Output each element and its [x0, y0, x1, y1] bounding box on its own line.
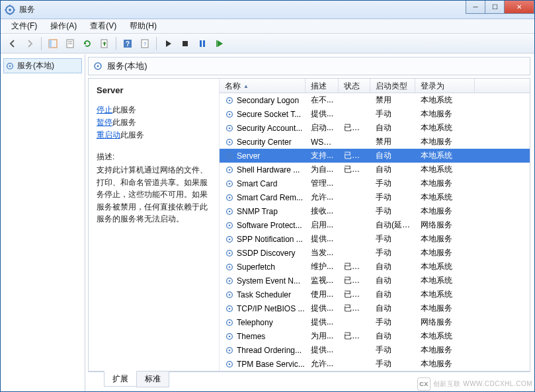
tree-pane: 服务(本地): [1, 54, 85, 391]
cell-logon: 本地系统: [415, 260, 475, 274]
nav-back-button[interactable]: [5, 36, 21, 52]
service-icon: [225, 165, 234, 175]
cell-status: 已启动: [339, 301, 370, 315]
nav-forward-button[interactable]: [22, 36, 38, 52]
maximize-button[interactable]: ☐: [485, 1, 505, 14]
cell-desc: 为自...: [306, 163, 339, 176]
table-row[interactable]: TPM Base Servic...允许...手动本地服务: [220, 357, 530, 371]
table-row[interactable]: SSDP Discovery当发...手动本地服务: [220, 246, 530, 260]
cell-start: 自动: [370, 288, 415, 301]
svg-point-47: [229, 280, 231, 282]
cell-start: 禁用: [370, 135, 415, 149]
services-table[interactable]: 名称 描述 状态 启动类型 登录为 Secondary Logon在不...禁用…: [220, 79, 530, 371]
svg-point-27: [229, 141, 231, 143]
svg-rect-13: [200, 40, 202, 47]
svg-point-17: [9, 65, 11, 67]
tree-root-item[interactable]: 服务(本地): [3, 58, 82, 73]
column-header-start[interactable]: 启动类型: [370, 79, 415, 93]
table-row[interactable]: Thread Ordering...提供...手动本地服务: [220, 343, 530, 357]
export-button[interactable]: [97, 36, 112, 52]
cell-desc: 提供...: [306, 107, 339, 121]
table-row[interactable]: TCP/IP NetBIOS ...提供...已启动自动本地服务: [220, 301, 530, 315]
cell-start: 手动: [370, 246, 415, 260]
table-row[interactable]: SNMP Trap接收...手动本地服务: [220, 204, 530, 218]
cell-name: SNMP Trap: [220, 206, 306, 217]
cell-name: Superfetch: [220, 261, 306, 273]
toolbar-separator: [116, 37, 116, 50]
table-row[interactable]: System Event N...监视...已启动自动本地系统: [220, 274, 530, 288]
tab-standard[interactable]: 标准: [136, 372, 169, 387]
table-header: 名称 描述 状态 启动类型 登录为: [220, 79, 530, 93]
cell-logon: 本地服务: [415, 343, 475, 357]
service-icon: [225, 207, 234, 216]
properties-button[interactable]: [62, 36, 78, 52]
start-service-button[interactable]: [160, 36, 176, 52]
titlebar[interactable]: 服务 ─ ☐ ✕: [1, 1, 534, 19]
svg-point-21: [229, 99, 231, 101]
menu-view[interactable]: 查看(V): [83, 19, 123, 33]
table-row[interactable]: Smart Card管理...手动本地服务: [220, 176, 530, 190]
table-row[interactable]: Secondary Logon在不...禁用本地系统: [220, 93, 530, 107]
table-row[interactable]: Task Scheduler使用...已启动自动本地系统: [220, 288, 530, 301]
table-row[interactable]: Server支持...已启动自动本地系统: [220, 149, 530, 163]
tab-extended[interactable]: 扩展: [104, 371, 137, 387]
table-body: Secondary Logon在不...禁用本地系统Secure Socket …: [220, 93, 530, 371]
table-row[interactable]: Software Protect...启用...自动(延迟...网络服务: [220, 218, 530, 232]
cell-logon: 本地服务: [415, 246, 475, 260]
pause-service-link-line: 暂停此服务: [97, 117, 211, 128]
help-button[interactable]: ?: [120, 36, 136, 52]
stop-service-link[interactable]: 停止: [97, 105, 112, 114]
cell-name: SPP Notification ...: [220, 233, 306, 245]
stop-service-button[interactable]: [177, 36, 193, 52]
cell-name: Security Account...: [220, 122, 306, 134]
cell-status: 已启动: [339, 149, 370, 163]
cell-name: Software Protect...: [220, 219, 306, 231]
cell-logon: 本地服务: [415, 232, 475, 246]
service-icon: [225, 235, 234, 244]
cell-desc: 为用...: [306, 329, 339, 343]
column-header-desc[interactable]: 描述: [306, 79, 339, 93]
help-topics-button[interactable]: ?: [137, 36, 153, 52]
cell-logon: 本地系统: [415, 163, 475, 176]
svg-point-31: [229, 169, 231, 171]
table-row[interactable]: Telephony提供...手动网络服务: [220, 315, 530, 329]
menu-help[interactable]: 帮助(H): [123, 19, 163, 33]
cell-start: 手动: [370, 343, 415, 357]
show-hide-tree-button[interactable]: [45, 36, 61, 52]
svg-rect-14: [203, 40, 205, 47]
cell-start: 自动: [370, 274, 415, 288]
table-row[interactable]: Shell Hardware ...为自...已启动自动本地系统: [220, 163, 530, 176]
table-row[interactable]: SPP Notification ...提供...手动本地服务: [220, 232, 530, 246]
menu-file[interactable]: 文件(F): [5, 19, 44, 33]
svg-rect-15: [216, 40, 218, 47]
cell-name: Task Scheduler: [220, 289, 306, 301]
table-row[interactable]: Themes为用...已启动自动本地系统: [220, 329, 530, 343]
toolbar-separator: [156, 37, 157, 50]
menu-action[interactable]: 操作(A): [44, 19, 83, 33]
cell-desc: 启用...: [306, 218, 339, 232]
cell-name: Server: [220, 150, 306, 162]
table-row[interactable]: Smart Card Rem...允许...手动本地系统: [220, 190, 530, 204]
cell-status: [339, 238, 370, 241]
column-header-logon[interactable]: 登录为: [415, 79, 475, 93]
table-row[interactable]: Security Account...启动...已启动自动本地系统: [220, 121, 530, 135]
column-header-status[interactable]: 状态: [339, 79, 370, 93]
cell-logon: 网络服务: [415, 315, 475, 329]
restart-service-link[interactable]: 重启动: [97, 130, 120, 139]
pause-service-button[interactable]: [194, 36, 210, 52]
refresh-button[interactable]: [79, 36, 95, 52]
cell-logon: 本地系统: [415, 93, 475, 107]
pause-service-link[interactable]: 暂停: [97, 118, 112, 127]
table-row[interactable]: Superfetch维护...已启动自动本地系统: [220, 260, 530, 274]
service-icon: [225, 179, 234, 188]
close-button[interactable]: ✕: [504, 1, 534, 14]
cell-logon: 本地服务: [415, 135, 475, 149]
minimize-button[interactable]: ─: [466, 1, 485, 14]
table-row[interactable]: Security CenterWSC...禁用本地服务: [220, 135, 530, 149]
table-row[interactable]: Secure Socket T...提供...手动本地服务: [220, 107, 530, 121]
cell-desc: 使用...: [306, 288, 339, 301]
cell-name: Themes: [220, 331, 306, 342]
restart-service-button[interactable]: [212, 36, 227, 52]
cell-desc: 管理...: [306, 176, 339, 190]
column-header-name[interactable]: 名称: [220, 79, 306, 93]
